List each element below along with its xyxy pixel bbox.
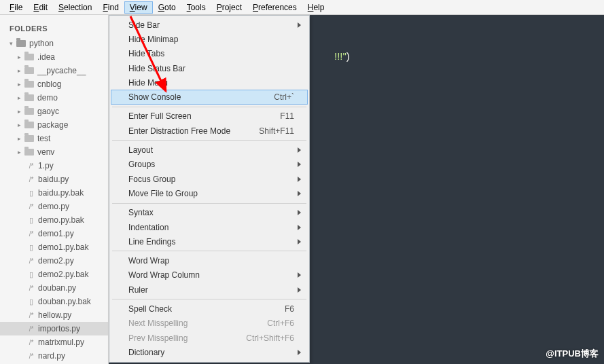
- menubar: FileEditSelectionFindViewGotoToolsProjec…: [0, 0, 604, 15]
- menu-item-side-bar[interactable]: Side Bar: [111, 18, 308, 32]
- file-icon: ▯: [27, 270, 35, 279]
- menu-ind[interactable]: Find: [97, 1, 124, 14]
- tree-file-demo.py.bak[interactable]: ▯demo.py.bak: [0, 213, 108, 227]
- file-icon: ▯: [27, 216, 35, 225]
- tree-file-baidu.py[interactable]: /*baidu.py: [0, 172, 108, 186]
- menu-iew[interactable]: View: [124, 1, 153, 14]
- menu-item-enter-full-screen[interactable]: Enter Full ScreenF11: [111, 109, 308, 124]
- tree-folder-cnblog[interactable]: ▸cnblog: [0, 77, 108, 91]
- python-file-icon: /*: [27, 203, 35, 211]
- tree-file-demo1.py.bak[interactable]: ▯demo1.py.bak: [0, 240, 108, 254]
- python-file-icon: /*: [27, 230, 35, 238]
- tree-folder-gaoyc[interactable]: ▸gaoyc: [0, 105, 108, 118]
- python-file-icon: /*: [27, 162, 35, 170]
- python-file-icon: /*: [27, 325, 35, 333]
- tree-file-douban.py[interactable]: /*douban.py: [0, 281, 108, 295]
- menu-item-indentation[interactable]: Indentation: [111, 220, 308, 234]
- menu-item-groups[interactable]: Groups: [111, 158, 308, 172]
- tree-folder-test[interactable]: ▸test: [0, 132, 108, 145]
- folder-icon: [24, 149, 34, 156]
- code-fragment: !!!"): [334, 50, 350, 62]
- menu-item-hide-status-bar[interactable]: Hide Status Bar: [111, 61, 308, 75]
- menu-item-move-file-to-group[interactable]: Move File to Group: [111, 186, 308, 200]
- menu-election[interactable]: Selection: [53, 1, 97, 14]
- menu-item-hide-menu[interactable]: Hide Menu: [111, 75, 308, 90]
- file-icon: ▯: [27, 243, 35, 252]
- sidebar-heading: FOLDERS: [0, 22, 108, 37]
- folder-icon: [16, 40, 26, 47]
- folder-icon: [24, 54, 34, 60]
- tree-file-demo2.py.bak[interactable]: ▯demo2.py.bak: [0, 268, 108, 281]
- menu-ools[interactable]: Tools: [181, 1, 211, 14]
- tree-file-baidu.py.bak[interactable]: ▯baidu.py.bak: [0, 186, 108, 200]
- tree-file-nard.py[interactable]: /*nard.py: [0, 349, 108, 363]
- folder-tree: ▾python▸.idea▸__pycache__▸cnblog▸demo▸ga…: [0, 37, 108, 363]
- tree-file-demo1.py[interactable]: /*demo1.py: [0, 227, 108, 240]
- python-file-icon: /*: [27, 285, 35, 292]
- menu-ile[interactable]: File: [4, 1, 28, 14]
- menu-item-ruler[interactable]: Ruler: [111, 283, 308, 297]
- menu-item-hide-tabs[interactable]: Hide Tabs: [111, 47, 308, 61]
- folder-icon: [24, 122, 34, 128]
- python-file-icon: /*: [27, 312, 35, 319]
- watermark: @ITPUB博客: [546, 348, 599, 360]
- folder-icon: [24, 135, 34, 142]
- folder-icon: [24, 81, 34, 88]
- tree-file-matrixmul.py[interactable]: /*matrixmul.py: [0, 335, 108, 349]
- menu-item-layout[interactable]: Layout: [111, 143, 308, 157]
- folder-icon: [24, 94, 34, 101]
- tree-file-1.py[interactable]: /*1.py: [0, 159, 108, 172]
- folder-icon: [24, 67, 34, 74]
- menu-item-focus-group[interactable]: Focus Group: [111, 172, 308, 186]
- menu-elp[interactable]: Help: [302, 1, 330, 14]
- menu-item-dictionary[interactable]: Dictionary: [111, 345, 308, 359]
- menu-references[interactable]: Preferences: [247, 1, 302, 14]
- menu-item-line-endings[interactable]: Line Endings: [111, 234, 308, 249]
- menu-oto[interactable]: Goto: [153, 1, 181, 14]
- menu-item-next-misspelling: Next MisspellingCtrl+F6: [111, 316, 308, 331]
- file-icon: ▯: [27, 297, 35, 306]
- tree-folder-package[interactable]: ▸package: [0, 118, 108, 132]
- python-file-icon: /*: [27, 176, 35, 183]
- tree-folder-demo[interactable]: ▸demo: [0, 91, 108, 105]
- menu-item-enter-distraction-free-mode[interactable]: Enter Distraction Free ModeShift+F11: [111, 124, 308, 138]
- python-file-icon: /*: [27, 339, 35, 346]
- menu-item-prev-misspelling: Prev MisspellingCtrl+Shift+F6: [111, 331, 308, 345]
- menu-item-show-console[interactable]: Show ConsoleCtrl+`: [111, 90, 308, 104]
- tree-file-importos.py[interactable]: /*importos.py: [0, 322, 108, 335]
- sidebar: FOLDERS ▾python▸.idea▸__pycache__▸cnblog…: [0, 15, 109, 364]
- tree-file-hellow.py[interactable]: /*hellow.py: [0, 308, 108, 322]
- python-file-icon: /*: [27, 257, 35, 265]
- tree-root[interactable]: ▾python: [0, 37, 108, 50]
- tree-file-demo2.py[interactable]: /*demo2.py: [0, 254, 108, 268]
- menu-roject[interactable]: Project: [211, 1, 247, 14]
- menu-item-hide-minimap[interactable]: Hide Minimap: [111, 32, 308, 46]
- menu-item-word-wrap-column[interactable]: Word Wrap Column: [111, 268, 308, 283]
- file-icon: ▯: [27, 189, 35, 198]
- tree-folder-.idea[interactable]: ▸.idea: [0, 50, 108, 64]
- tree-folder-venv[interactable]: ▸venv: [0, 145, 108, 159]
- menu-item-word-wrap[interactable]: Word Wrap: [111, 253, 308, 268]
- folder-icon: [24, 108, 34, 115]
- menu-item-spell-check[interactable]: Spell CheckF6: [111, 302, 308, 316]
- view-menu-dropdown: Side BarHide MinimapHide TabsHide Status…: [109, 15, 310, 363]
- tree-folder-__pycache__[interactable]: ▸__pycache__: [0, 64, 108, 77]
- python-file-icon: /*: [27, 352, 35, 360]
- menu-item-syntax[interactable]: Syntax: [111, 206, 308, 220]
- tree-file-douban.py.bak[interactable]: ▯douban.py.bak: [0, 295, 108, 308]
- tree-file-demo.py[interactable]: /*demo.py: [0, 200, 108, 213]
- menu-dit[interactable]: Edit: [28, 1, 53, 14]
